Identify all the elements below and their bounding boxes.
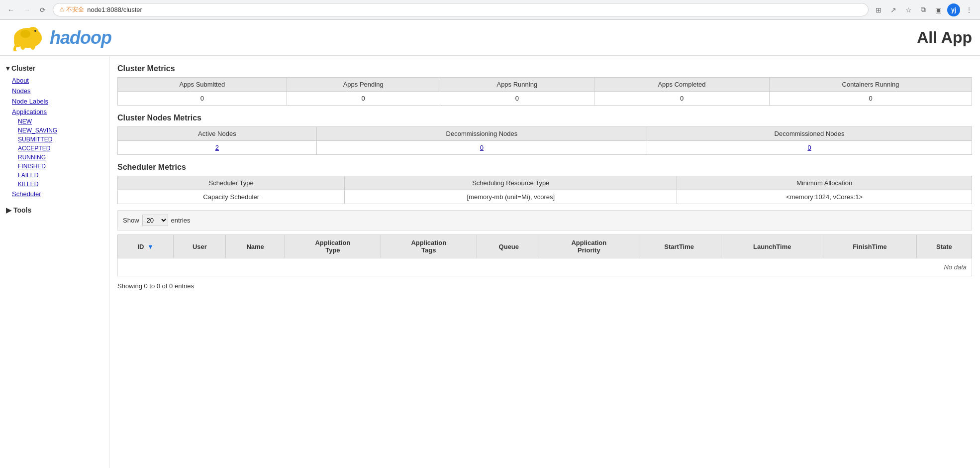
cluster-section-header[interactable]: ▾ Cluster: [0, 61, 109, 75]
apps-completed-value: 0: [594, 92, 769, 106]
apps-running-value: 0: [440, 92, 594, 106]
decommissioning-nodes-link[interactable]: 0: [480, 144, 484, 151]
url-text: node1:8088/cluster: [87, 6, 142, 13]
scheduler-type-value: Capacity Scheduler: [118, 190, 345, 204]
svg-point-7: [20, 30, 30, 38]
cluster-metrics-table: Apps Submitted Apps Pending Apps Running…: [117, 77, 972, 106]
share-icon[interactable]: ↗: [887, 4, 899, 16]
col-apps-submitted: Apps Submitted: [118, 78, 287, 92]
sidebar-item-finished[interactable]: FINISHED: [0, 162, 109, 171]
cluster-nodes-metrics-table: Active Nodes Decommissioning Nodes Decom…: [117, 126, 972, 155]
cluster-nodes-metrics-title: Cluster Nodes Metrics: [117, 114, 972, 122]
showing-info: Showing 0 to 0 of 0 entries: [117, 280, 972, 292]
sidebar-item-nodes[interactable]: Nodes: [0, 86, 109, 96]
browser-chrome: ← → ⟳ ⚠ 不安全 node1:8088/cluster ⊞ ↗ ☆ ⧉ ▣…: [0, 0, 980, 20]
applications-table: ID ▼ User Name ApplicationType Applicati…: [117, 234, 972, 276]
sidebar-item-scheduler[interactable]: Scheduler: [0, 189, 109, 199]
security-warning-icon: ⚠ 不安全: [59, 5, 84, 14]
extension-icon[interactable]: ⧉: [917, 4, 929, 16]
content-with-sidebar: ▾ Cluster About Nodes Node Labels Applic…: [0, 56, 980, 468]
table-header-row: ID ▼ User Name ApplicationType Applicati…: [118, 235, 972, 258]
translate-icon[interactable]: ⊞: [873, 4, 884, 16]
containers-running-value: 0: [770, 92, 972, 106]
col-application-priority: ApplicationPriority: [541, 235, 637, 258]
tools-section-header[interactable]: ▶ Tools: [0, 203, 109, 217]
col-application-type: ApplicationType: [285, 235, 381, 258]
col-containers-running: Containers Running: [770, 78, 972, 92]
reload-button[interactable]: ⟳: [37, 4, 49, 16]
tools-label: Tools: [13, 206, 31, 214]
sidebar-item-new-saving[interactable]: NEW_SAVING: [0, 126, 109, 135]
col-start-time: StartTime: [637, 235, 721, 258]
sidebar-item-accepted[interactable]: ACCEPTED: [0, 144, 109, 153]
cluster-arrow-icon: ▾: [6, 64, 9, 72]
no-data-cell: No data: [118, 258, 972, 276]
cluster-label: Cluster: [11, 64, 35, 72]
active-nodes-link[interactable]: 2: [215, 144, 219, 151]
decommissioned-nodes-value: 0: [647, 141, 972, 155]
main-content: Cluster Metrics Apps Submitted Apps Pend…: [109, 56, 980, 468]
scheduler-metrics-row: Capacity Scheduler [memory-mb (unit=Mi),…: [118, 190, 972, 204]
no-data-row: No data: [118, 258, 972, 276]
entries-select[interactable]: 10 20 25 50 100: [142, 215, 168, 226]
browser-actions: ⊞ ↗ ☆ ⧉ ▣ yj ⋮: [873, 3, 975, 16]
col-user: User: [174, 235, 226, 258]
window-icon[interactable]: ▣: [932, 4, 944, 16]
tools-arrow-icon: ▶: [6, 206, 11, 214]
col-finish-time: FinishTime: [823, 235, 917, 258]
page-title: All App: [917, 28, 972, 47]
sidebar-item-killed[interactable]: KILLED: [0, 180, 109, 189]
sidebar-item-about[interactable]: About: [0, 75, 109, 86]
minimum-allocation-value: <memory:1024, vCores:1>: [677, 190, 972, 204]
sidebar-item-new[interactable]: NEW: [0, 117, 109, 126]
col-active-nodes: Active Nodes: [118, 127, 317, 141]
svg-point-4: [30, 42, 35, 50]
col-minimum-allocation: Minimum Allocation: [677, 176, 972, 190]
address-bar: ⚠ 不安全 node1:8088/cluster: [53, 3, 869, 16]
col-name: Name: [226, 235, 285, 258]
scheduler-metrics-title: Scheduler Metrics: [117, 163, 972, 172]
col-queue: Queue: [477, 235, 541, 258]
scheduling-resource-type-value: [memory-mb (unit=Mi), vcores]: [345, 190, 677, 204]
forward-button[interactable]: →: [21, 4, 33, 16]
hadoop-logo-text: hadoop: [50, 27, 111, 48]
menu-icon[interactable]: ⋮: [963, 4, 975, 16]
show-label: Show: [123, 217, 139, 224]
elephant-icon: [8, 24, 48, 51]
cluster-nodes-metrics-row: 2 0 0: [118, 141, 972, 155]
svg-point-6: [34, 30, 36, 32]
col-launch-time: LaunchTime: [721, 235, 823, 258]
id-sort-icon[interactable]: ▼: [147, 243, 154, 250]
active-nodes-value: 2: [118, 141, 317, 155]
warning-text: 不安全: [66, 6, 84, 13]
col-id: ID ▼: [118, 235, 174, 258]
col-apps-running: Apps Running: [440, 78, 594, 92]
back-button[interactable]: ←: [5, 4, 17, 16]
col-state: State: [916, 235, 972, 258]
cluster-metrics-title: Cluster Metrics: [117, 64, 972, 73]
col-application-tags: ApplicationTags: [381, 235, 477, 258]
sidebar-item-failed[interactable]: FAILED: [0, 171, 109, 180]
cluster-metrics-row: 0 0 0 0 0: [118, 92, 972, 106]
show-entries-bar: Show 10 20 25 50 100 entries: [117, 210, 972, 231]
decommissioning-nodes-value: 0: [316, 141, 647, 155]
avatar[interactable]: yj: [947, 3, 960, 16]
header-bar: hadoop All App: [0, 20, 980, 56]
entries-label: entries: [171, 217, 191, 224]
col-scheduler-type: Scheduler Type: [118, 176, 345, 190]
sidebar-item-applications[interactable]: Applications: [0, 107, 109, 117]
svg-point-5: [36, 37, 42, 41]
apps-pending-value: 0: [287, 92, 440, 106]
col-apps-pending: Apps Pending: [287, 78, 440, 92]
hadoop-logo: hadoop: [8, 24, 111, 51]
svg-point-3: [20, 42, 25, 50]
sidebar-item-submitted[interactable]: SUBMITTED: [0, 135, 109, 144]
col-scheduling-resource-type: Scheduling Resource Type: [345, 176, 677, 190]
sidebar-item-node-labels[interactable]: Node Labels: [0, 96, 109, 107]
col-apps-completed: Apps Completed: [594, 78, 769, 92]
col-decommissioned-nodes: Decommissioned Nodes: [647, 127, 972, 141]
sidebar-item-running[interactable]: RUNNING: [0, 153, 109, 162]
scheduler-metrics-table: Scheduler Type Scheduling Resource Type …: [117, 176, 972, 204]
bookmark-icon[interactable]: ☆: [902, 4, 914, 16]
decommissioned-nodes-link[interactable]: 0: [807, 144, 811, 151]
